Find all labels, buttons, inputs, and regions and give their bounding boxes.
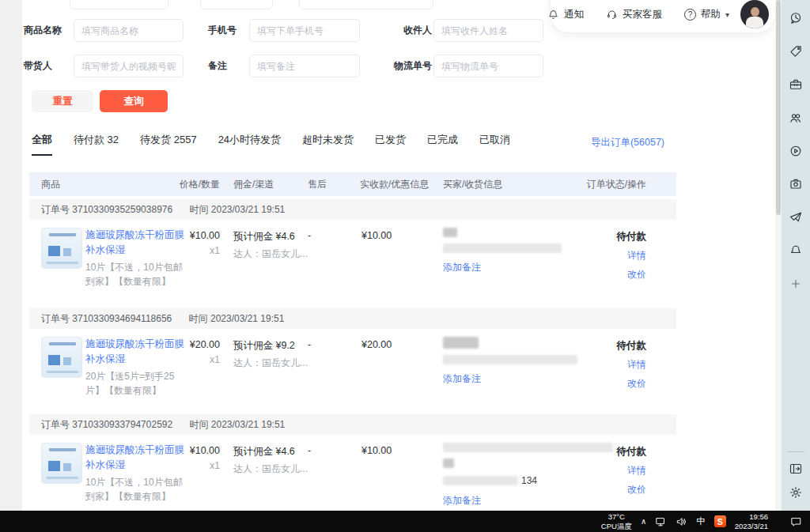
filter-input-partial[interactable] — [200, 0, 273, 9]
cpu-temp-label: CPU温度 — [601, 522, 632, 531]
filter-input-partial[interactable] — [299, 0, 433, 9]
quantity: x1 — [148, 460, 220, 471]
notification-menu[interactable]: 通知 — [547, 8, 584, 21]
col-commission-channel: 佣金/渠道 — [233, 172, 274, 196]
product-image[interactable] — [41, 337, 82, 378]
detail-link[interactable]: 详情 — [575, 249, 646, 262]
order-no: 3710330934694118656 — [72, 313, 172, 324]
tab-overdue[interactable]: 超时未发货 — [302, 133, 354, 154]
status-cell: 待付款 详情 改价 — [575, 445, 646, 496]
tab-all[interactable]: 全部 — [32, 133, 52, 156]
tab-ship-24h[interactable]: 24小时待发货 — [218, 133, 281, 154]
left-gutter — [0, 0, 22, 511]
add-remark-link[interactable]: 添加备注 — [443, 494, 481, 507]
buyer-info-cell: 添加备注 — [443, 337, 597, 386]
team-icon[interactable] — [789, 111, 803, 125]
product-name-input[interactable] — [74, 19, 184, 42]
paid-amount: ¥10.00 — [361, 445, 425, 456]
help-menu[interactable]: 帮助 — [684, 8, 729, 21]
status-badge: 待付款 — [575, 445, 646, 458]
right-sidebar — [782, 0, 810, 511]
reprice-link[interactable]: 改价 — [575, 268, 646, 281]
order-status-tabs: 全部 待付款 32 待发货 2557 24小时待发货 超时未发货 已发货 已完成… — [32, 133, 510, 156]
customer-service-menu[interactable]: 买家客服 — [606, 8, 662, 21]
tab-completed[interactable]: 已完成 — [427, 133, 458, 154]
bell-icon[interactable] — [789, 243, 803, 258]
remark-input[interactable] — [249, 55, 360, 77]
detail-link[interactable]: 详情 — [575, 358, 646, 372]
censored-buyer-name — [443, 337, 479, 349]
add-remark-link[interactable]: 添加备注 — [443, 372, 481, 386]
video-channel-icon[interactable] — [789, 144, 803, 158]
ime-indicator[interactable]: 中 — [696, 515, 706, 527]
export-orders-link[interactable]: 导出订单(56057) — [591, 136, 664, 149]
aftersale-cell: - — [308, 445, 335, 456]
order-time: 2023/03/21 19:51 — [211, 204, 285, 215]
tracking-no-input[interactable] — [433, 55, 543, 77]
order-time: 2023/03/21 19:51 — [211, 419, 285, 430]
order-time-label: 时间 — [189, 313, 208, 324]
tab-cancelled[interactable]: 已取消 — [479, 133, 510, 154]
price-qty-cell: ¥10.00 x1 — [148, 230, 220, 256]
product-name-label: 商品名称 — [24, 19, 62, 42]
cpu-temp-widget[interactable]: 37°C CPU温度 — [601, 512, 632, 531]
filter-input-partial[interactable] — [70, 0, 168, 9]
detail-link[interactable]: 详情 — [575, 464, 646, 477]
tray-time: 19:56 — [735, 512, 768, 522]
promoter-input[interactable] — [74, 55, 184, 77]
product-image[interactable] — [41, 228, 82, 269]
tab-shipped[interactable]: 已发货 — [375, 133, 406, 154]
toolbox-icon[interactable] — [789, 77, 803, 92]
sogou-input-icon[interactable]: S — [714, 515, 726, 527]
bell-icon — [547, 9, 559, 21]
network-icon[interactable] — [655, 516, 667, 527]
tracking-no-label: 物流单号 — [394, 55, 432, 77]
tray-expand-icon[interactable] — [641, 517, 646, 526]
clock-widget[interactable]: 19:56 2023/3/21 — [735, 512, 768, 531]
status-cell: 待付款 详情 改价 — [575, 230, 646, 281]
order-no-label: 订单号 — [41, 419, 70, 430]
order-group-header: 订单号 3710330935259038976 时间 2023/03/21 19… — [29, 199, 676, 220]
data-report-icon[interactable] — [789, 11, 803, 25]
recipient-input[interactable] — [433, 19, 543, 42]
paid-amount: ¥20.00 — [361, 339, 425, 350]
phone-input[interactable] — [249, 19, 360, 42]
reprice-link[interactable]: 改价 — [575, 377, 646, 391]
product-spec: 20片【送5片=到手25片】【数量有限】 — [85, 369, 185, 398]
camera-icon[interactable] — [789, 177, 803, 191]
paper-plane-icon[interactable] — [789, 210, 803, 224]
tag-icon[interactable] — [789, 44, 803, 58]
col-status-ops: 订单状态/操作 — [575, 172, 646, 196]
action-center-icon[interactable] — [790, 516, 802, 527]
order-no-label: 订单号 — [41, 313, 70, 324]
reset-button[interactable]: 重置 — [32, 90, 93, 112]
gear-icon[interactable] — [789, 485, 803, 500]
censored-buyer-name — [443, 228, 457, 237]
speaker-icon[interactable] — [676, 516, 687, 527]
collapse-panel-icon[interactable] — [789, 462, 803, 476]
price: ¥20.00 — [148, 339, 220, 350]
topnav-card: 通知 买家客服 帮助 — [550, 0, 776, 33]
add-icon[interactable] — [789, 277, 803, 291]
censored-buyer-address — [443, 355, 577, 364]
channel: 达人：国岳女儿... — [233, 462, 328, 476]
quantity: x1 — [148, 245, 220, 256]
buyer-info-cell: 134 添加备注 — [443, 443, 597, 507]
order-no: 3710330935259038976 — [72, 204, 172, 215]
remark-label: 备注 — [208, 55, 227, 77]
product-spec: 10片【不送，10片包邮到家】【数量有限】 — [85, 260, 185, 289]
censored-phone-line: 134 — [443, 474, 597, 486]
phone-label: 手机号 — [208, 19, 237, 42]
aftersale-cell: - — [308, 339, 335, 350]
scrollbar-thumb[interactable] — [776, 0, 781, 215]
tab-pending-shipment[interactable]: 待发货 2557 — [140, 133, 197, 154]
status-cell: 待付款 详情 改价 — [575, 339, 646, 391]
add-remark-link[interactable]: 添加备注 — [443, 261, 481, 274]
divider — [787, 451, 804, 452]
avatar[interactable] — [740, 0, 769, 28]
phone-tail: 134 — [521, 475, 537, 486]
tab-pending-payment[interactable]: 待付款 32 — [74, 133, 119, 154]
product-image[interactable] — [41, 443, 82, 484]
reprice-link[interactable]: 改价 — [575, 483, 646, 496]
search-button[interactable]: 查询 — [100, 90, 168, 112]
